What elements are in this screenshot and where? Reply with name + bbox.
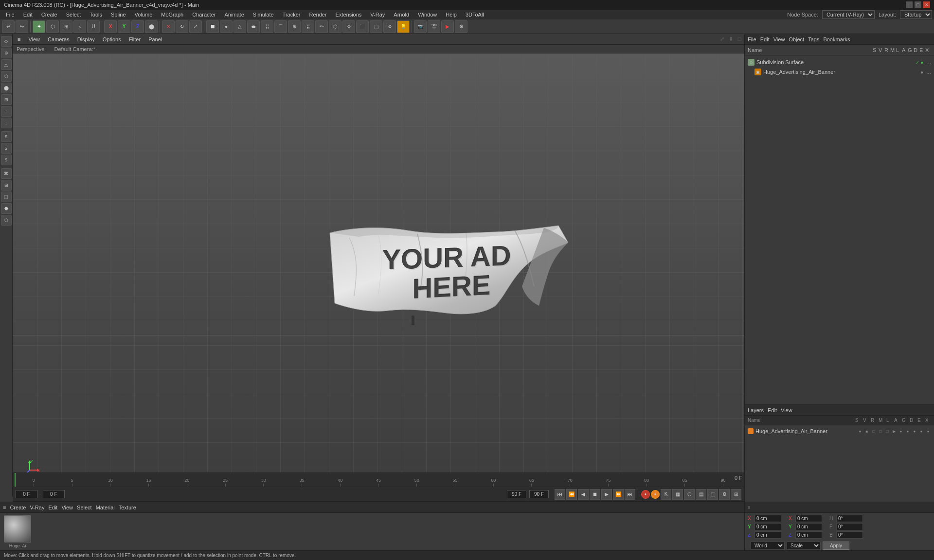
timeline[interactable]: 0 5 10 15 20 25 30 35 40 45 50 <box>13 472 744 487</box>
menu-mograph[interactable]: MoGraph <box>157 11 187 18</box>
menu-create[interactable]: Create <box>37 11 61 18</box>
menu-spline[interactable]: Spline <box>107 11 130 18</box>
x-size-input[interactable] <box>795 515 822 522</box>
prev-key-button[interactable]: ⏪ <box>566 489 577 500</box>
obj-item-banner[interactable]: ▣ Huge_Advertising_Air_Banner ● … <box>745 67 934 77</box>
obj-menu-edit[interactable]: Edit <box>760 36 770 42</box>
go-start-button[interactable]: ⏮ <box>555 489 565 500</box>
left-btn-1[interactable]: ◇ <box>1 36 12 47</box>
playback-options-button[interactable]: ⊞ <box>731 489 741 500</box>
prev-frame-button[interactable]: ◀ <box>578 489 589 500</box>
obj-menu-tags[interactable]: Tags <box>808 36 819 42</box>
layer-icon-7[interactable]: ● <box>898 428 904 434</box>
record-option-button[interactable]: ● <box>651 490 660 499</box>
motion-button[interactable]: ▦ <box>672 489 683 500</box>
add-cube-button[interactable]: 🔲 <box>206 20 219 33</box>
render-settings-button[interactable]: ⚙ <box>455 20 467 33</box>
render-region-button[interactable]: ⬚ <box>370 20 382 33</box>
y-size-input[interactable] <box>795 523 822 530</box>
layer-icon-10[interactable]: ● <box>918 428 924 434</box>
vp-menu-options[interactable]: Options <box>101 36 123 42</box>
add-cone-button[interactable]: △ <box>234 20 246 33</box>
polygon-button[interactable]: ⬡ <box>329 20 341 33</box>
vp-menu-cameras[interactable]: Cameras <box>46 36 72 42</box>
menu-vray[interactable]: V-Ray <box>366 11 389 18</box>
obj-menu-bookmarks[interactable]: Bookmarks <box>823 36 850 42</box>
menu-help[interactable]: Help <box>442 11 461 18</box>
menu-volume[interactable]: Volume <box>131 11 157 18</box>
menu-file[interactable]: File <box>2 11 18 18</box>
mat-menu-material[interactable]: Material <box>96 505 115 510</box>
menu-select[interactable]: Select <box>62 11 85 18</box>
x-position-input[interactable] <box>754 515 781 522</box>
polygons-mode-button[interactable]: ⬦ <box>73 20 86 33</box>
layer-icon-6[interactable]: ▶ <box>891 428 897 434</box>
vp-menu-display[interactable]: Display <box>75 36 97 42</box>
scale-tool-button[interactable]: ⤢ <box>189 20 202 33</box>
menu-window[interactable]: Window <box>414 11 441 18</box>
close-button[interactable]: ✕ <box>923 1 930 8</box>
layer-icon-1[interactable]: ● <box>857 428 863 434</box>
vp-menu-view[interactable]: View <box>26 36 42 42</box>
z-position-input[interactable] <box>754 531 781 539</box>
add-bend-button[interactable]: ⌒ <box>274 20 287 33</box>
maximize-button[interactable]: □ <box>915 1 921 8</box>
obj-menu-file[interactable]: File <box>748 36 756 42</box>
y-axis-button[interactable]: Y <box>118 20 130 33</box>
frame-end-1-input[interactable] <box>507 490 526 498</box>
mat-menu-texture[interactable]: Texture <box>119 505 136 510</box>
menu-animate[interactable]: Animate <box>220 11 248 18</box>
left-btn-13[interactable]: ⊞ <box>1 180 12 191</box>
add-sphere-button[interactable]: ● <box>220 20 233 33</box>
timeline-ruler[interactable]: 0 5 10 15 20 25 30 35 40 45 50 <box>13 473 744 487</box>
timeline-menu-button[interactable]: ▤ <box>696 489 706 500</box>
left-btn-14[interactable]: ⬚ <box>1 192 12 202</box>
layers-menu-layers[interactable]: Layers <box>748 407 764 413</box>
frame-min-input[interactable] <box>43 490 65 498</box>
move-tool-button[interactable]: ✕ <box>162 20 175 33</box>
vp-lock-button[interactable]: ⬇ <box>727 35 735 43</box>
vp-menu-panel[interactable]: Panel <box>146 36 164 42</box>
p-input[interactable] <box>836 523 863 530</box>
light-button[interactable]: 💡 <box>397 20 410 33</box>
viewport-canvas[interactable]: YOUR AD HERE YOUR AD HERE X <box>13 53 744 487</box>
vp-menu-icon[interactable]: ≡ <box>16 36 22 42</box>
settings-button[interactable]: ⚙ <box>383 20 396 33</box>
pose-button[interactable]: ⬡ <box>684 489 695 500</box>
menu-arnold[interactable]: Arnold <box>390 11 413 18</box>
left-btn-4[interactable]: ⬡ <box>1 71 12 82</box>
h-input[interactable] <box>836 515 863 522</box>
operation-dropdown[interactable]: Scale Move Rotate <box>787 542 821 550</box>
add-torus-button[interactable]: ⬬ <box>247 20 260 33</box>
obj-menu-object[interactable]: Object <box>789 36 804 42</box>
frame-end-2-input[interactable] <box>529 490 549 498</box>
left-btn-5[interactable]: ⬤ <box>1 83 12 93</box>
rotate-tool-button[interactable]: ↻ <box>176 20 188 33</box>
left-btn-15[interactable]: ⬣ <box>1 203 12 214</box>
left-btn-11[interactable]: $ <box>1 155 12 165</box>
menu-character[interactable]: Character <box>188 11 219 18</box>
coords-menu-icon[interactable]: ≡ <box>748 505 751 510</box>
layer-icon-9[interactable]: ● <box>912 428 917 434</box>
render-view-button[interactable]: 🎬 <box>428 20 440 33</box>
menu-tools[interactable]: Tools <box>86 11 106 18</box>
all-axis-button[interactable]: ⬤ <box>145 20 158 33</box>
left-btn-8[interactable]: ↓ <box>1 118 12 128</box>
vp-fit-button[interactable]: ⤢ <box>718 35 726 43</box>
obj-menu-view[interactable]: View <box>773 36 785 42</box>
y-position-input[interactable] <box>754 523 781 530</box>
vp-full-button[interactable]: □ <box>736 35 743 43</box>
go-end-button[interactable]: ⏭ <box>625 489 635 500</box>
next-frame-button[interactable]: ⏩ <box>613 489 624 500</box>
anim-layer-button[interactable]: ⬚ <box>707 489 718 500</box>
z-axis-button[interactable]: Z <box>131 20 144 33</box>
menu-extensions[interactable]: Extensions <box>332 11 366 18</box>
left-btn-9[interactable]: S <box>1 131 12 142</box>
left-btn-12[interactable]: ⌘ <box>1 168 12 179</box>
layer-icon-8[interactable]: ● <box>905 428 911 434</box>
layout-dropdown[interactable]: Startup <box>900 10 932 19</box>
mat-menu-edit[interactable]: Edit <box>48 505 57 510</box>
render-button[interactable]: ▶ <box>441 20 454 33</box>
minimize-button[interactable]: _ <box>906 1 913 8</box>
layer-icon-5[interactable]: □ <box>884 428 890 434</box>
